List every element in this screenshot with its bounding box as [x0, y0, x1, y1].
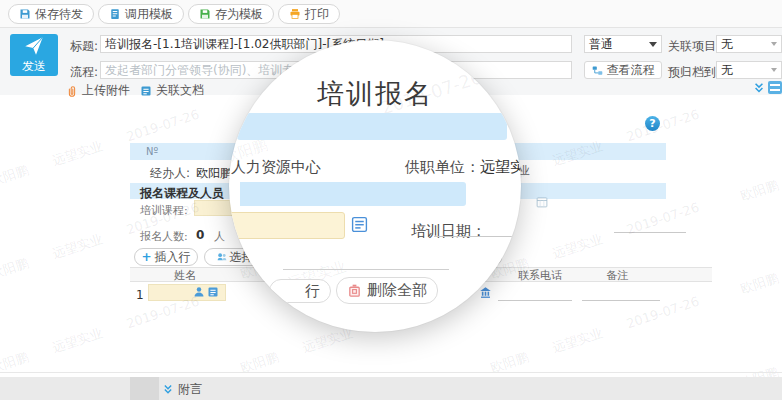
postscript-label: 附言 — [178, 381, 202, 398]
footer-block — [130, 377, 159, 400]
chevron-down-icon — [649, 42, 657, 47]
multi-select-icon — [217, 252, 227, 262]
send-label: 发送 — [22, 58, 46, 75]
chevron-down-icon — [771, 68, 777, 72]
column-name: 姓名 — [150, 268, 220, 283]
save-as-template-label: 存为模板 — [215, 6, 263, 23]
org-select-icon[interactable] — [207, 286, 219, 298]
view-flow-label: 查看流程 — [607, 62, 655, 79]
magnified-serial-bar — [237, 113, 507, 140]
print-icon — [289, 8, 301, 20]
title-label: 标题: — [70, 38, 98, 55]
magnified-section-bar — [240, 182, 466, 206]
phone-cell-input[interactable] — [498, 286, 572, 301]
expand-chevrons-icon[interactable] — [753, 82, 765, 94]
expand-panel-icon[interactable] — [768, 81, 782, 94]
priority-value: 普通 — [589, 36, 613, 53]
count-label: 报名人数: — [140, 229, 188, 244]
calendar-icon[interactable] — [536, 196, 548, 208]
priority-select[interactable]: 普通 — [584, 35, 662, 53]
remark-cell-input[interactable] — [582, 286, 660, 301]
flow-icon — [592, 65, 603, 76]
use-template-button[interactable]: 调用模板 — [98, 4, 184, 24]
form-title: 培训报名 — [229, 76, 521, 112]
related-project-label: 关联项目: — [668, 38, 720, 55]
insert-row-label: 插入行 — [155, 249, 191, 266]
magnified-divider — [283, 269, 449, 270]
save-icon — [19, 8, 31, 20]
magnified-row-button-label: 行 — [305, 282, 320, 301]
magnified-date-label: 培训日期： — [411, 222, 486, 241]
send-button[interactable]: 发送 — [10, 34, 58, 76]
magnifier-overlay: 2019-07-26 欧阳鹏 远望实业 培训报名 人力资源中心 供职单位：远望实… — [229, 40, 521, 332]
print-button[interactable]: 打印 — [278, 4, 340, 24]
magnified-delete-all-label: 删除全部 — [367, 281, 427, 300]
count-value: 0 — [196, 228, 204, 242]
course-label: 培训课程: — [140, 203, 188, 218]
template-icon — [109, 8, 121, 20]
link-document-link[interactable]: 关联文档 — [140, 82, 204, 99]
bank-icon[interactable] — [479, 286, 492, 299]
plus-icon: + — [141, 250, 151, 264]
magnified-date-input[interactable] — [434, 236, 512, 237]
related-project-select[interactable]: 无 — [716, 35, 782, 53]
magnified-delete-all-button[interactable]: 删除全部 — [336, 277, 438, 304]
prearchive-value: 无 — [721, 62, 733, 79]
trash-icon — [347, 283, 362, 298]
footer-bar: 附言 — [0, 377, 782, 400]
paper-plane-icon — [24, 36, 44, 56]
prearchive-select[interactable]: 无 — [716, 61, 782, 79]
top-toolbar: 保存待发 调用模板 存为模板 打印 — [0, 0, 782, 28]
print-label: 打印 — [305, 6, 329, 23]
column-remark: 备注 — [595, 268, 640, 283]
insert-row-button[interactable]: + 插入行 — [134, 248, 198, 266]
chevrons-down-icon — [163, 384, 173, 395]
paperclip-icon — [66, 85, 78, 97]
person-icon[interactable] — [193, 286, 205, 298]
document-icon — [140, 85, 152, 97]
save-draft-button[interactable]: 保存待发 — [8, 4, 94, 24]
upload-attachment-link[interactable]: 上传附件 — [66, 82, 130, 99]
row-index: 1 — [136, 288, 144, 302]
operator-value: 欧阳鹏 — [196, 165, 232, 182]
column-phone: 联系电话 — [505, 268, 575, 283]
training-registration-page: 保存待发 调用模板 存为模板 打印 发送 标题: 普通 关联项目: 无 — [0, 0, 782, 400]
date-input[interactable] — [614, 218, 686, 233]
chevron-down-icon — [771, 42, 777, 46]
magnified-course-input[interactable] — [229, 212, 345, 239]
save-template-icon — [199, 8, 211, 20]
serial-label: Nº — [146, 146, 158, 157]
magnified-dept-value: 人力资源中心 — [231, 158, 321, 177]
related-project-value: 无 — [721, 36, 733, 53]
postscript-toggle[interactable]: 附言 — [163, 381, 202, 398]
count-unit: 人 — [214, 229, 225, 244]
flow-label: 流程: — [70, 64, 98, 81]
magnified-selector-icon[interactable] — [351, 216, 368, 233]
view-flow-button[interactable]: 查看流程 — [584, 61, 662, 79]
link-document-label: 关联文档 — [156, 82, 204, 99]
upload-attachment-label: 上传附件 — [82, 82, 130, 99]
operator-label: 经办人: — [150, 165, 190, 182]
prearchive-label: 预归档到: — [668, 64, 720, 81]
save-as-template-button[interactable]: 存为模板 — [188, 4, 274, 24]
save-draft-label: 保存待发 — [35, 6, 83, 23]
footer-divider — [0, 372, 782, 373]
use-template-label: 调用模板 — [125, 6, 173, 23]
magnified-unit-field: 供职单位：远望实 — [405, 158, 521, 177]
help-icon[interactable]: ? — [645, 116, 660, 131]
